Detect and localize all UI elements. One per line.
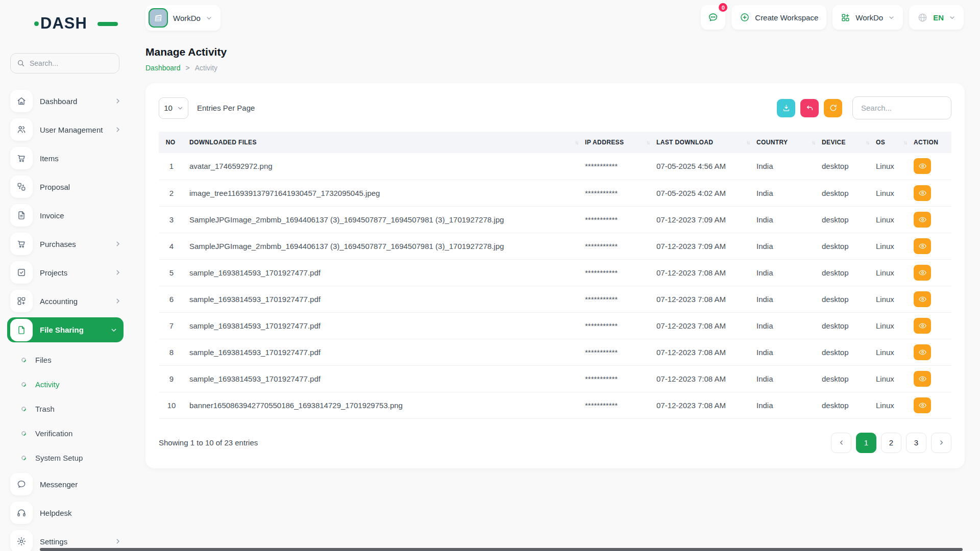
- create-workspace-button[interactable]: Create Workspace: [731, 5, 826, 30]
- column-header-downloaded-files[interactable]: DOWNLOADED FILES↑↓: [187, 132, 583, 153]
- sidebar-item-user-management[interactable]: User Management: [7, 118, 131, 141]
- table-row: 1 avatar_1746592972.png *********** 07-0…: [159, 153, 951, 180]
- cell-ip-address: ***********: [583, 233, 654, 259]
- cell-last-download: 07-05-2025 4:56 AM: [654, 153, 754, 180]
- preview-button[interactable]: [914, 265, 931, 281]
- cell-downloaded-file: sample_1693814593_1701927477.pdf: [187, 286, 583, 312]
- breadcrumb-dashboard-link[interactable]: Dashboard: [145, 64, 181, 72]
- sort-icon[interactable]: ↑↓: [866, 140, 869, 145]
- sidebar-item-invoice[interactable]: Invoice: [7, 204, 131, 227]
- column-header-no[interactable]: NO: [159, 132, 187, 153]
- cell-no: 9: [159, 365, 187, 392]
- cell-ip-address: ***********: [583, 312, 654, 339]
- circle-bullet-icon: [20, 406, 27, 412]
- sort-icon[interactable]: ↑↓: [812, 140, 815, 145]
- cell-country: India: [754, 233, 820, 259]
- sidebar-item-helpdesk[interactable]: Helpdesk: [7, 502, 131, 524]
- cell-device: desktop: [820, 339, 874, 365]
- swap-boxes-icon: [10, 176, 33, 198]
- page-button-3[interactable]: 3: [906, 433, 926, 453]
- preview-button[interactable]: [914, 318, 931, 334]
- cell-no: 10: [159, 392, 187, 418]
- sidebar-item-messenger[interactable]: Messenger: [7, 473, 131, 495]
- sidebar-item-dashboard[interactable]: Dashboard: [7, 90, 131, 112]
- column-header-device[interactable]: DEVICE↑↓: [820, 132, 874, 153]
- language-selector[interactable]: EN: [909, 5, 964, 30]
- next-page-button[interactable]: [931, 433, 951, 453]
- entries-per-page-select[interactable]: 10: [159, 97, 188, 119]
- column-header-last-download[interactable]: LAST DOWNLOAD↑↓: [654, 132, 754, 153]
- previous-page-button[interactable]: [831, 433, 851, 453]
- sort-icon[interactable]: ↑↓: [746, 140, 749, 145]
- preview-button[interactable]: [914, 344, 931, 360]
- chevron-right-icon: [938, 439, 945, 446]
- create-workspace-label: Create Workspace: [755, 13, 818, 22]
- sidebar-search-input[interactable]: [30, 59, 106, 67]
- sidebar-subitem-verification[interactable]: Verification: [13, 421, 131, 445]
- sidebar-item-accounting[interactable]: Accounting: [7, 290, 131, 312]
- cell-os: Linux: [874, 259, 912, 286]
- chevron-down-icon: [949, 14, 955, 21]
- preview-button[interactable]: [914, 238, 931, 254]
- circle-bullet-icon: [20, 430, 27, 437]
- sidebar-item-purchases[interactable]: Purchases: [7, 233, 131, 255]
- refresh-button[interactable]: [824, 99, 842, 117]
- sidebar-item-label: Proposal: [40, 183, 131, 191]
- preview-button[interactable]: [914, 158, 931, 174]
- sidebar-search: [10, 53, 119, 73]
- sidebar-subitem-activity[interactable]: Activity: [13, 372, 131, 396]
- cell-os: Linux: [874, 180, 912, 206]
- eye-icon: [918, 321, 927, 330]
- column-header-os[interactable]: OS↑↓: [874, 132, 912, 153]
- sidebar-item-proposal[interactable]: Proposal: [7, 176, 131, 198]
- page-button-2[interactable]: 2: [881, 433, 901, 453]
- reset-back-button[interactable]: [800, 99, 819, 117]
- sidebar-subitem-system-setup[interactable]: System Setup: [13, 445, 131, 470]
- workspace-menu-button[interactable]: WorkDo: [832, 5, 903, 30]
- messages-button[interactable]: 0: [701, 5, 725, 30]
- cell-downloaded-file: SampleJPGImage_2mbmb_1694406137 (3)_1694…: [187, 206, 583, 233]
- cell-no: 6: [159, 286, 187, 312]
- cell-country: India: [754, 365, 820, 392]
- sidebar: DASH Dashboard User Management: [0, 0, 131, 551]
- cell-device: desktop: [820, 312, 874, 339]
- cell-last-download: 07-12-2023 7:08 AM: [654, 365, 754, 392]
- preview-button[interactable]: [914, 212, 931, 228]
- sidebar-subitem-files[interactable]: Files: [13, 347, 131, 372]
- cell-last-download: 07-12-2023 7:09 AM: [654, 206, 754, 233]
- app-logo: DASH: [34, 15, 111, 31]
- sidebar-item-items[interactable]: Items: [7, 147, 131, 169]
- showing-entries-text: Showing 1 to 10 of 23 entries: [159, 438, 258, 447]
- table-row: 4 SampleJPGImage_2mbmb_1694406137 (3)_16…: [159, 233, 951, 259]
- eye-icon: [918, 189, 927, 197]
- preview-button[interactable]: [914, 291, 931, 307]
- preview-button[interactable]: [914, 185, 931, 201]
- cell-ip-address: ***********: [583, 339, 654, 365]
- sidebar-item-label: Settings: [40, 537, 114, 546]
- cart-icon: [10, 233, 33, 255]
- cell-downloaded-file: sample_1693814593_1701927477.pdf: [187, 365, 583, 392]
- eye-icon: [918, 348, 927, 357]
- column-header-ip-address[interactable]: IP ADDRESS↑↓: [583, 132, 654, 153]
- sidebar-item-projects[interactable]: Projects: [7, 261, 131, 284]
- preview-button[interactable]: [914, 397, 931, 413]
- chevron-down-icon: [888, 14, 895, 21]
- table-search-input[interactable]: [852, 96, 951, 119]
- export-download-button[interactable]: [777, 99, 795, 117]
- page-button-1[interactable]: 1: [856, 433, 876, 453]
- chevron-right-icon: [114, 97, 121, 105]
- entries-per-page-label: Entries Per Page: [197, 104, 255, 112]
- preview-button[interactable]: [914, 371, 931, 387]
- sort-icon[interactable]: ↑↓: [646, 140, 649, 145]
- cell-os: Linux: [874, 153, 912, 180]
- sidebar-item-label: Dashboard: [40, 97, 114, 106]
- column-header-country[interactable]: COUNTRY↑↓: [754, 132, 820, 153]
- sidebar-item-label: File Sharing: [40, 325, 110, 334]
- cell-last-download: 07-12-2023 7:08 AM: [654, 286, 754, 312]
- horizontal-scrollbar[interactable]: [40, 548, 963, 551]
- sidebar-subitem-trash[interactable]: Trash: [13, 396, 131, 421]
- workspace-selector[interactable]: WorkDo: [145, 5, 220, 31]
- sidebar-item-file-sharing[interactable]: File Sharing: [7, 317, 124, 342]
- sort-icon[interactable]: ↑↓: [575, 140, 578, 145]
- sort-icon[interactable]: ↑↓: [903, 140, 906, 145]
